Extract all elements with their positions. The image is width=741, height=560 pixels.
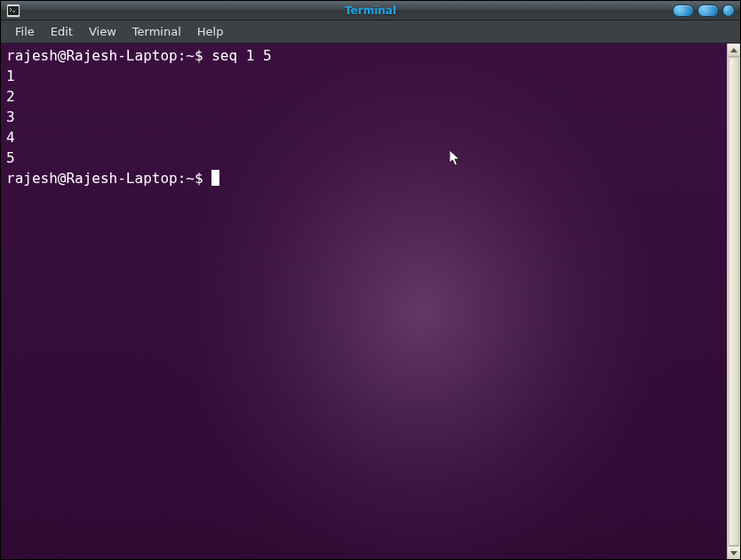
terminal-window: Terminal File Edit View Terminal Help ra…	[0, 0, 741, 560]
scroll-up-button[interactable]	[728, 44, 740, 57]
terminal-line: 5	[6, 148, 721, 168]
menu-file[interactable]: File	[8, 22, 42, 41]
terminal-body: rajesh@Rajesh-Laptop:~$ seq 1 5 1 2 3 4 …	[1, 44, 740, 559]
svg-rect-0	[8, 6, 19, 15]
menu-terminal[interactable]: Terminal	[125, 22, 188, 41]
menu-help[interactable]: Help	[190, 22, 231, 41]
text-cursor	[211, 170, 219, 186]
menubar: File Edit View Terminal Help	[1, 20, 740, 44]
prompt: rajesh@Rajesh-Laptop:~$	[6, 47, 211, 64]
titlebar[interactable]: Terminal	[1, 1, 740, 20]
window-controls	[673, 4, 735, 17]
scroll-thumb[interactable]	[729, 57, 739, 546]
terminal-line: 2	[6, 86, 721, 107]
scroll-down-button[interactable]	[728, 546, 740, 559]
scroll-track[interactable]	[728, 57, 740, 546]
minimize-button[interactable]	[673, 4, 694, 17]
terminal-line: 1	[6, 66, 721, 86]
terminal-app-icon	[6, 4, 20, 18]
chevron-up-icon	[730, 48, 737, 52]
menu-view[interactable]: View	[82, 22, 124, 41]
terminal-line: rajesh@Rajesh-Laptop:~$ seq 1 5	[6, 45, 721, 66]
command-text: seq 1 5	[211, 47, 271, 64]
window-title: Terminal	[345, 4, 396, 17]
terminal-line: rajesh@Rajesh-Laptop:~$	[6, 168, 721, 188]
terminal-line: 4	[6, 127, 721, 148]
terminal-viewport[interactable]: rajesh@Rajesh-Laptop:~$ seq 1 5 1 2 3 4 …	[1, 44, 727, 559]
maximize-button[interactable]	[697, 4, 719, 17]
close-button[interactable]	[722, 4, 735, 17]
menu-edit[interactable]: Edit	[44, 22, 80, 41]
prompt: rajesh@Rajesh-Laptop:~$	[6, 170, 211, 187]
terminal-line: 3	[6, 107, 721, 127]
vertical-scrollbar[interactable]	[727, 44, 740, 559]
chevron-down-icon	[730, 551, 737, 556]
